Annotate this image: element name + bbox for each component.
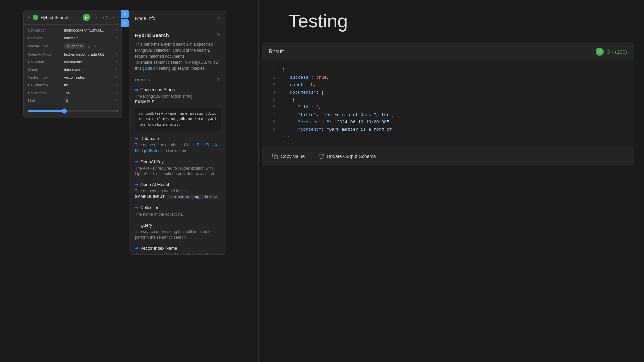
- inputs-label: INPUTS: [135, 78, 150, 82]
- code-line-2: 2 "success": true,: [269, 74, 627, 81]
- input-item-header-vector-index: ⇒ Vector Index Name: [135, 246, 221, 251]
- field-label-limit: Limit: [28, 99, 61, 103]
- input-desc-connection: The MongoDB connection string.EXAMPLE:: [135, 94, 221, 105]
- node-title: Hybrid Search: [41, 15, 80, 20]
- ok-badge: ✓ OK (200): [596, 48, 627, 56]
- collapse-icon[interactable]: ▾: [28, 15, 30, 20]
- edit-icon-connection[interactable]: ✎: [115, 28, 118, 32]
- inputs-section: INPUTS ✎ ⇒ Connection String The MongoDB…: [135, 77, 221, 255]
- code-line-8: 8 "created_at": "2024-06-19 10:20:00",: [269, 119, 627, 126]
- copy-icon: [272, 153, 278, 159]
- run-button[interactable]: ▶: [83, 14, 90, 21]
- input-name-model: Open AI Model: [140, 182, 169, 187]
- update-schema-label: Update Output Schema: [327, 154, 376, 159]
- node-status-icon: [33, 15, 38, 20]
- field-label-openai-key: OpenAI Key: [28, 44, 61, 48]
- line-content-ellipsis: ···: [282, 133, 290, 141]
- field-row-openai-key: OpenAI Key openai 🗑 ✎: [24, 42, 122, 50]
- field-value-vector-index: vector_index: [64, 75, 112, 79]
- update-schema-button[interactable]: Update Output Schema: [315, 151, 379, 161]
- input-desc-query: The search query string that will be use…: [135, 229, 221, 240]
- testing-area: Testing Result ✓ OK (200) 1 { 2 "success…: [262, 10, 634, 166]
- input-name-collection: Collection: [140, 205, 159, 210]
- section-title: Hybrid Search ✎: [135, 32, 221, 38]
- line-num-8: 8: [269, 119, 275, 126]
- code-line-1: 1 {: [269, 67, 627, 74]
- edit-icon-openai[interactable]: ✎: [94, 44, 97, 48]
- edit-icon-candidates[interactable]: ✎: [115, 90, 118, 95]
- input-item-database: ⇒ Database The name of the database. Che…: [135, 136, 221, 154]
- arrow-icon-collection: ⇒: [135, 205, 138, 210]
- line-num-1: 1: [269, 67, 275, 74]
- edit-icon-fts[interactable]: ✎: [115, 83, 118, 87]
- edit-icon-query[interactable]: ✎: [115, 67, 118, 72]
- input-item-model: ⇒ Open AI Model The embedding model to u…: [135, 182, 221, 200]
- input-name-query: Query: [140, 223, 152, 228]
- field-value-candidates: 150: [64, 91, 112, 95]
- arrow-icon-vector-index: ⇒: [135, 246, 138, 250]
- input-desc-openai-key: The API key required for authentication …: [135, 166, 221, 177]
- arrow-icon-database: ⇒: [135, 136, 138, 141]
- line-content-2: "success": true,: [282, 74, 329, 81]
- arrow-icon-query: ⇒: [135, 223, 138, 228]
- edit-icon-database[interactable]: ✎: [115, 36, 118, 40]
- edit-icon-limit[interactable]: ✎: [115, 98, 118, 103]
- field-row-vector-index: Vector Index ... vector_index ✎: [24, 73, 122, 81]
- side-icon-1[interactable]: ⊕: [121, 10, 129, 18]
- line-content-5: {: [282, 96, 295, 104]
- node-header: ▾ Hybrid Search ▶ ▷ </> ···: [24, 10, 122, 25]
- section-edit-icon[interactable]: ✎: [216, 32, 221, 38]
- inputs-edit-icon[interactable]: ✎: [216, 77, 221, 83]
- field-label-model: Open AI Model: [28, 52, 61, 56]
- code-line-7: 7 "title": "The Enigma of Dark Matter",: [269, 111, 627, 119]
- input-item-vector-index-name: ⇒ Vector Index Name The name of the Atla…: [135, 246, 221, 255]
- close-button[interactable]: ✕: [216, 15, 221, 21]
- arrow-icon-model: ⇒: [135, 182, 138, 187]
- edit-icon-model[interactable]: ✎: [115, 52, 118, 56]
- description-text: This performs a hybrid search in a speci…: [135, 41, 221, 71]
- input-name-openai-key: OpenAI Key: [140, 159, 164, 164]
- panel-title: Node Info: [135, 16, 155, 21]
- input-item-header-connection: ⇒ Connection String: [135, 87, 221, 92]
- vertical-divider: [258, 0, 259, 362]
- code-button[interactable]: </>: [103, 14, 110, 21]
- input-desc-collection: The name of the collection.: [135, 212, 221, 217]
- openai-badge: openai: [64, 43, 85, 49]
- ok-status: OK (200): [606, 49, 627, 55]
- arrow-icon-connection: ⇒: [135, 87, 138, 92]
- input-item-connection: ⇒ Connection String The MongoDB connecti…: [135, 87, 221, 131]
- line-num-9: 9: [269, 126, 275, 133]
- side-icons: ⊕ ↻: [121, 10, 129, 27]
- delete-icon-openai[interactable]: 🗑: [87, 44, 91, 48]
- field-row-candidates: Candidates 150 ✎: [24, 89, 122, 97]
- copy-value-label: Copy Value: [281, 154, 305, 159]
- more-button[interactable]: ···: [113, 14, 118, 20]
- input-desc-model: The embedding model to use.SAMPLE INPUT:…: [135, 188, 221, 200]
- input-item-query: ⇒ Query The search query string that wil…: [135, 223, 221, 240]
- code-line-6: 6 "_id": 3,: [269, 104, 627, 111]
- node-fields: Connection ... mongodb+srv://wimukt... ✎…: [24, 25, 122, 106]
- input-item-header-collection: ⇒ Collection: [135, 205, 221, 210]
- edit-icon-collection[interactable]: ✎: [115, 60, 118, 64]
- result-panel: Result ✓ OK (200) 1 { 2 "success": true,…: [262, 42, 634, 166]
- copy-value-button[interactable]: Copy Value: [269, 151, 308, 161]
- edit-icon-vector-index[interactable]: ✎: [115, 75, 118, 79]
- field-label-database: Database: [28, 36, 61, 40]
- result-title: Result: [269, 49, 284, 55]
- guide-link[interactable]: guide: [142, 66, 152, 71]
- play-button[interactable]: ▷: [93, 14, 100, 21]
- field-label-collection: Collection: [28, 60, 61, 64]
- side-icon-2[interactable]: ↻: [121, 19, 129, 27]
- mongodb-docs-link[interactable]: BuildShip X MongoDB docs: [135, 143, 217, 153]
- field-label-vector-index: Vector Index ...: [28, 75, 61, 79]
- node-controls: ▶ ▷ </> ···: [83, 14, 118, 21]
- line-content-4: "documents": [: [282, 89, 324, 96]
- field-row-fts: FTS Index N... fts ✎: [24, 81, 122, 89]
- node-slider[interactable]: [28, 108, 118, 114]
- code-line-ellipsis: ···: [269, 133, 627, 141]
- input-name-database: Database: [140, 136, 159, 141]
- line-num-5: 5: [269, 96, 275, 104]
- input-name-connection: Connection String: [140, 87, 175, 92]
- input-item-header-model: ⇒ Open AI Model: [135, 182, 221, 187]
- node-card: ▾ Hybrid Search ▶ ▷ </> ··· Connection .…: [23, 10, 122, 118]
